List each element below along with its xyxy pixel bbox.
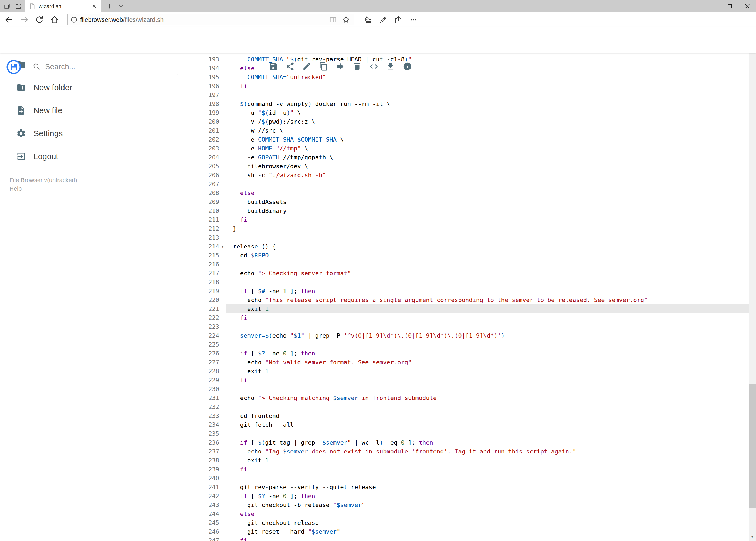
more-button[interactable]	[407, 14, 419, 26]
code-line-232[interactable]: 232	[175, 402, 749, 411]
set-tabs-aside-button[interactable]	[15, 2, 22, 10]
code-line-209[interactable]: 209 buildAssets	[175, 198, 749, 206]
code-editor[interactable]: 192 if [ "$(command -v git)" != "" ]; th…	[175, 53, 749, 541]
code-line-230[interactable]: 230	[175, 385, 749, 393]
delete-button[interactable]	[352, 62, 362, 72]
forward-button[interactable]	[18, 14, 30, 26]
sidebar-item-new-folder[interactable]: New folder	[0, 76, 175, 99]
web-note-button[interactable]	[377, 14, 389, 26]
code-line-231[interactable]: 231 echo "> Checking matching $semver in…	[175, 393, 749, 402]
reading-view-button[interactable]	[328, 15, 338, 25]
code-line-241[interactable]: 241 git rev-parse --verify --quiet relea…	[175, 483, 749, 492]
page-scrollbar[interactable]: ▲ ▼	[749, 27, 756, 541]
scrollbar-thumb[interactable]	[749, 383, 756, 508]
code-line-216[interactable]: 216	[175, 260, 749, 269]
code-line-221[interactable]: 221 exit 1	[175, 304, 749, 313]
code-line-223[interactable]: 223	[175, 322, 749, 331]
code-line-211[interactable]: 211 fi	[175, 215, 749, 224]
browser-tab[interactable]: wizard.sh	[25, 0, 101, 12]
code-line-217[interactable]: 217 echo "> Checking semver format"	[175, 269, 749, 277]
home-button[interactable]	[49, 14, 61, 26]
info-button[interactable]	[402, 62, 412, 72]
code-line-202[interactable]: 202 -e COMMIT_SHA=$COMMIT_SHA \	[175, 135, 749, 144]
code-button[interactable]	[369, 62, 379, 72]
code-line-200[interactable]: 200 -v /$(pwd):/src:z \	[175, 117, 749, 126]
maximize-button[interactable]	[721, 0, 738, 12]
code-line-224[interactable]: 224 semver=$(echo "$1" | grep -P '^v(0|[…	[175, 331, 749, 340]
code-line-229[interactable]: 229 fi	[175, 376, 749, 385]
code-line-234[interactable]: 234 git fetch --all	[175, 420, 749, 429]
code-line-212[interactable]: 212}	[175, 224, 749, 233]
code-line-222[interactable]: 222 fi	[175, 313, 749, 322]
code-line-247[interactable]: 247 fi	[175, 536, 749, 541]
code-line-201[interactable]: 201 -w //src \	[175, 126, 749, 135]
sidebar-item-new-file[interactable]: New file	[0, 99, 175, 122]
fold-arrow-icon[interactable]: ▾	[219, 242, 226, 251]
tab-preview-button[interactable]	[116, 0, 126, 12]
move-button[interactable]	[336, 62, 345, 72]
code-line-205[interactable]: 205 filebrowser/dev \	[175, 162, 749, 171]
refresh-button[interactable]	[34, 14, 45, 26]
sidebar-item-settings[interactable]: Settings	[0, 122, 175, 145]
address-bar[interactable]: filebrowser.web/files/wizard.sh	[68, 14, 354, 25]
search-input[interactable]	[45, 62, 173, 71]
edit-button[interactable]	[302, 62, 312, 72]
share-button[interactable]	[285, 62, 295, 72]
favorite-star-button[interactable]	[341, 15, 351, 25]
code-line-228[interactable]: 228 exit 1	[175, 367, 749, 376]
code-line-203[interactable]: 203 -e HOME="//tmp" \	[175, 144, 749, 153]
code-line-243[interactable]: 243 git checkout -b release "$semver"	[175, 500, 749, 509]
code-text: echo "Not valid semver format. See semve…	[226, 358, 749, 367]
code-line-206[interactable]: 206 sh -c "./wizard.sh -b"	[175, 171, 749, 180]
code-line-215[interactable]: 215 cd $REPO	[175, 251, 749, 260]
code-line-198[interactable]: 198 $(command -v winpty) docker run --rm…	[175, 99, 749, 108]
code-line-219[interactable]: 219 if [ $# -ne 1 ]; then	[175, 286, 749, 295]
share-button[interactable]	[392, 14, 404, 26]
code-line-196[interactable]: 196 fi	[175, 82, 749, 91]
hub-button[interactable]	[362, 14, 374, 26]
code-line-246[interactable]: 246 git reset --hard "$semver"	[175, 527, 749, 536]
code-line-213[interactable]: 213	[175, 233, 749, 242]
code-line-218[interactable]: 218	[175, 277, 749, 286]
code-text	[226, 180, 749, 189]
filebrowser-logo[interactable]	[6, 60, 21, 74]
code-line-233[interactable]: 233 cd frontend	[175, 411, 749, 420]
search-box[interactable]	[28, 59, 178, 75]
code-line-199[interactable]: 199 -u "$(id -u)" \	[175, 108, 749, 117]
code-line-197[interactable]: 197	[175, 91, 749, 99]
code-line-240[interactable]: 240	[175, 474, 749, 483]
code-line-192[interactable]: 192 if [ "$(command -v git)" != "" ]; th…	[175, 53, 749, 55]
code-line-204[interactable]: 204 -e GOPATH=//tmp/gopath \	[175, 153, 749, 162]
help-link[interactable]: Help	[9, 185, 22, 192]
download-button[interactable]	[386, 62, 395, 72]
back-button[interactable]	[3, 14, 15, 26]
code-line-225[interactable]: 225	[175, 340, 749, 349]
code-line-236[interactable]: 236 if [ $(git tag | grep "$semver" | wc…	[175, 438, 749, 447]
tab-close-button[interactable]	[92, 4, 97, 9]
code-line-220[interactable]: 220 echo "This release script requires a…	[175, 295, 749, 304]
save-button[interactable]	[269, 62, 278, 72]
minimize-button[interactable]	[703, 0, 721, 12]
tabs-overview-button[interactable]	[3, 2, 11, 10]
scroll-down-arrow-icon[interactable]: ▼	[749, 533, 756, 540]
code-line-237[interactable]: 237 echo "Tag $semver does not exist in …	[175, 447, 749, 456]
sidebar-item-logout[interactable]: Logout	[0, 145, 175, 168]
new-tab-button[interactable]	[104, 0, 116, 12]
code-line-239[interactable]: 239 fi	[175, 465, 749, 474]
code-line-195[interactable]: 195 COMMIT_SHA="untracked"	[175, 73, 749, 82]
code-line-208[interactable]: 208 else	[175, 189, 749, 198]
code-line-194[interactable]: 194 else	[175, 64, 749, 73]
code-line-210[interactable]: 210 buildBinary	[175, 206, 749, 215]
code-line-238[interactable]: 238 exit 1	[175, 456, 749, 465]
code-line-193[interactable]: 193 COMMIT_SHA="$(git rev-parse HEAD | c…	[175, 55, 749, 64]
code-line-207[interactable]: 207	[175, 180, 749, 189]
copy-button[interactable]	[319, 62, 329, 72]
code-line-214[interactable]: 214▾release () {	[175, 242, 749, 251]
code-line-244[interactable]: 244 else	[175, 509, 749, 518]
code-line-226[interactable]: 226 if [ $? -ne 0 ]; then	[175, 349, 749, 358]
code-line-242[interactable]: 242 if [ $? -ne 0 ]; then	[175, 492, 749, 500]
code-line-235[interactable]: 235	[175, 429, 749, 438]
code-line-227[interactable]: 227 echo "Not valid semver format. See s…	[175, 358, 749, 367]
close-window-button[interactable]	[738, 0, 756, 12]
code-line-245[interactable]: 245 git checkout release	[175, 518, 749, 527]
